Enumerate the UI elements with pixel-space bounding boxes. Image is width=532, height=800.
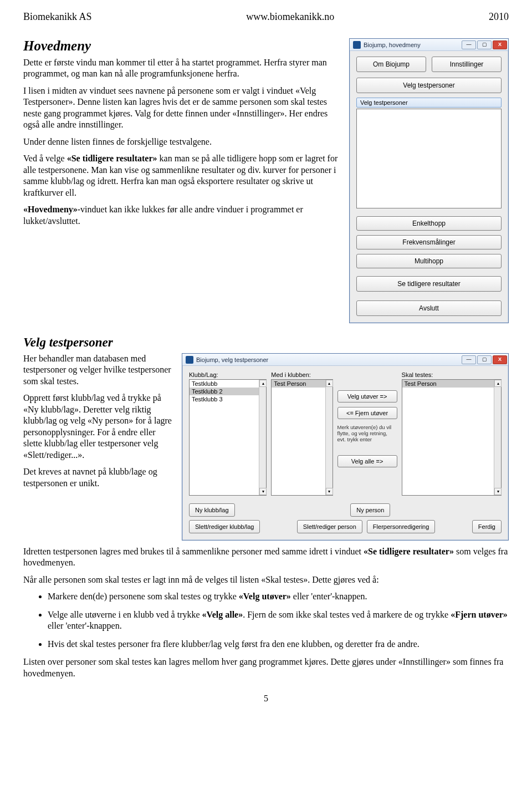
testperson-listbox[interactable] (356, 109, 502, 208)
bullet-item: Markere den(de) personene som skal teste… (48, 591, 509, 602)
slett-rediger-person-button[interactable]: Slett/rediger person (297, 520, 362, 533)
app-icon (353, 41, 361, 49)
velg-alle-button[interactable]: Velg alle => (337, 455, 397, 467)
list-item[interactable]: Testklubb 3 (190, 395, 266, 403)
bottom-p3: Listen over personer som skal testes kan… (23, 656, 509, 679)
skal-testes-label: Skal testes: (402, 371, 502, 378)
enkelthopp-button[interactable]: Enkelthopp (356, 216, 502, 231)
maximize-button[interactable]: ▢ (477, 40, 492, 49)
bullet-item: Velge alle utøverne i en klubb ved å try… (48, 609, 509, 632)
ny-person-button[interactable]: Ny person (350, 503, 390, 517)
minimize-button[interactable]: — (462, 40, 476, 49)
velg-testpersoner-window: Biojump, velg testpersoner — ▢ X Klubb/L… (182, 353, 509, 541)
hovedmeny-window: Biojump, hovedmeny — ▢ X Om Biojump Inns… (349, 38, 509, 323)
scrollbar[interactable]: ▴ ▾ (259, 380, 266, 495)
velg-testpersoner-heading: Velg testpersoner (23, 335, 509, 350)
list-label: Velg testpersoner (356, 98, 502, 108)
om-biojump-button[interactable]: Om Biojump (356, 57, 426, 72)
doc-year: 2010 (489, 11, 509, 23)
med-i-klubben-listbox[interactable]: Test Person ▴ ▾ (271, 379, 332, 496)
med-i-klubben-label: Med i klubben: (271, 371, 397, 378)
scroll-up-icon[interactable]: ▴ (494, 380, 502, 387)
hint-text: Merk utøveren(e) du vil flytte, og velg … (337, 425, 397, 443)
doc-company: Biomekanikk AS (23, 11, 92, 23)
skal-testes-listbox[interactable]: Test Person ▴ ▾ (402, 379, 502, 496)
doc-url: www.biomekanikk.no (246, 11, 334, 23)
scroll-down-icon[interactable]: ▾ (494, 488, 502, 495)
frekvensmalinger-button[interactable]: Frekvensmålinger (356, 235, 502, 249)
scroll-up-icon[interactable]: ▴ (259, 380, 267, 387)
scroll-up-icon[interactable]: ▴ (326, 380, 333, 387)
klubb-lag-listbox[interactable]: Testklubb Testklubb 2 Testklubb 3 ▴ ▾ (189, 379, 267, 496)
scrollbar[interactable]: ▴ ▾ (494, 380, 501, 495)
list-item[interactable]: Testklubb (190, 380, 266, 388)
window-titlebar[interactable]: Biojump, velg testpersoner — ▢ X (182, 354, 508, 366)
velg-testpersoner-button[interactable]: Velg testpersoner (356, 78, 502, 93)
hovedmeny-p2: I lisen i midten av vinduet sees navnene… (23, 85, 339, 131)
ny-klubb-lag-button[interactable]: Ny klubb/lag (189, 503, 235, 517)
velg-p3: Det kreves at navnet på klubb/lage og te… (23, 466, 172, 489)
window-titlebar[interactable]: Biojump, hovedmeny — ▢ X (350, 39, 508, 51)
window-title: Biojump, hovedmeny (364, 42, 462, 48)
close-button[interactable]: X (493, 355, 507, 364)
fjern-utover-button[interactable]: <= Fjern utøver (337, 407, 397, 419)
scroll-down-icon[interactable]: ▾ (326, 488, 333, 495)
close-button[interactable]: X (493, 40, 507, 49)
hovedmeny-p5: «Hovedmeny»-vinduet kan ikke lukkes før … (23, 204, 339, 227)
list-item[interactable]: Testklubb 2 (190, 388, 266, 395)
klubb-lag-label: Klubb/Lag: (189, 371, 267, 378)
app-icon (186, 356, 193, 364)
scrollbar[interactable]: ▴ ▾ (325, 380, 332, 495)
bottom-p1: Idretten testpersonen lagres med brukes … (23, 546, 509, 569)
hovedmeny-heading: Hovedmeny (23, 38, 339, 54)
bottom-p2: Når alle personen som skal testes er lag… (23, 574, 509, 585)
hovedmeny-p3: Under denne listen finnes de forskjellig… (23, 136, 339, 147)
velg-utover-button[interactable]: Velg utøver => (337, 390, 397, 402)
page-number: 5 (23, 694, 509, 704)
hovedmeny-p4: Ved å velge «Se tidligere resultater» ka… (23, 153, 339, 198)
bullet-item: Hvis det skal testes personer fra flere … (48, 639, 509, 650)
se-tidligere-resultater-button[interactable]: Se tidligere resultater (356, 276, 502, 292)
ferdig-button[interactable]: Ferdig (472, 520, 502, 533)
velg-p1: Her behandler man databasen med testpers… (23, 353, 172, 387)
multihopp-button[interactable]: Multihopp (356, 254, 502, 268)
slett-rediger-klubb-button[interactable]: Slett/rediger klubb/lag (189, 520, 260, 533)
maximize-button[interactable]: ▢ (477, 355, 492, 364)
avslutt-button[interactable]: Avslutt (356, 300, 502, 316)
hovedmeny-p1: Dette er første vindu man kommer til ett… (23, 57, 339, 80)
list-item[interactable]: Test Person (272, 380, 332, 388)
innstillinger-button[interactable]: Innstillinger (432, 57, 502, 72)
flerpersonredigering-button[interactable]: Flerpersonredigering (367, 520, 436, 533)
window-title: Biojump, velg testpersoner (196, 356, 462, 363)
scroll-down-icon[interactable]: ▾ (259, 488, 267, 495)
list-item[interactable]: Test Person (402, 380, 501, 388)
minimize-button[interactable]: — (462, 355, 476, 364)
velg-p2: Opprett først klubb/lag ved å trykke på … (23, 393, 172, 461)
